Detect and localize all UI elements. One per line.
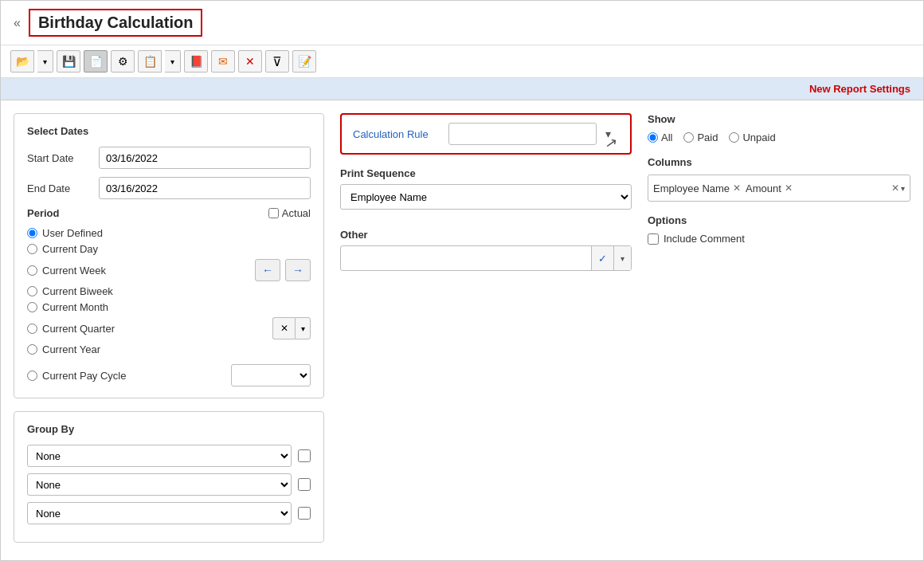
- show-paid-radio[interactable]: [683, 132, 694, 143]
- email-button[interactable]: ✉: [211, 50, 235, 73]
- actual-checkbox[interactable]: [268, 208, 279, 218]
- col-tag-amount-remove[interactable]: ✕: [785, 183, 793, 193]
- radio-current-biweek: Current Biweek: [27, 285, 311, 297]
- group-by-section: Group By None None: [14, 411, 324, 543]
- end-date-input[interactable]: [99, 177, 311, 199]
- radio-current-biweek-input[interactable]: [27, 286, 37, 296]
- radio-current-year: Current Year: [27, 343, 311, 355]
- print-sequence-section: Print Sequence Employee Name Employee ID…: [340, 167, 632, 210]
- end-date-label: End Date: [27, 182, 99, 194]
- radio-user-defined-input[interactable]: [27, 228, 37, 238]
- period-section: Period Actual User Defined: [27, 207, 311, 386]
- radio-current-day-label: Current Day: [42, 243, 98, 255]
- cancel-button[interactable]: ✕: [238, 50, 262, 73]
- radio-current-biweek-label: Current Biweek: [42, 285, 113, 297]
- col-tag-amount-text: Amount: [746, 182, 781, 194]
- end-date-row: End Date: [27, 177, 311, 199]
- start-date-row: Start Date: [27, 147, 311, 169]
- include-comment-checkbox[interactable]: [648, 233, 659, 245]
- other-input[interactable]: [341, 246, 591, 270]
- show-unpaid-option[interactable]: Unpaid: [729, 131, 775, 143]
- radio-current-quarter-label: Current Quarter: [42, 323, 115, 335]
- document-button[interactable]: 📄: [84, 50, 108, 73]
- period-back-button[interactable]: ←: [255, 259, 280, 281]
- actual-checkbox-label[interactable]: Actual: [268, 207, 311, 219]
- columns-clear-button[interactable]: ✕: [891, 182, 899, 194]
- calculation-rule-dropdown[interactable]: ▾ ↗: [597, 123, 619, 145]
- group-by-check-3[interactable]: [298, 507, 311, 520]
- group-by-check-2[interactable]: [298, 478, 311, 491]
- start-date-input[interactable]: [99, 147, 311, 169]
- show-paid-label: Paid: [697, 131, 718, 143]
- radio-current-year-input[interactable]: [27, 344, 37, 355]
- group-by-select-3[interactable]: None: [27, 502, 292, 524]
- columns-tags: Employee Name ✕ Amount ✕ ✕ ▾: [648, 175, 910, 202]
- pay-cycle-select[interactable]: [231, 364, 311, 386]
- show-all-label: All: [661, 131, 672, 143]
- filter-button[interactable]: ⊽: [265, 50, 289, 73]
- back-button[interactable]: «: [14, 16, 21, 30]
- new-document-dropdown[interactable]: ▾: [165, 50, 181, 73]
- other-label: Other: [340, 229, 632, 241]
- select-dates-section: Select Dates Start Date End Date Period: [14, 113, 324, 398]
- left-panel: Select Dates Start Date End Date Period: [14, 113, 324, 547]
- calculation-rule-input[interactable]: [448, 123, 597, 145]
- show-paid-option[interactable]: Paid: [683, 131, 718, 143]
- note-button[interactable]: 📝: [292, 50, 316, 73]
- group-by-select-1[interactable]: None: [27, 445, 292, 467]
- show-unpaid-label: Unpaid: [742, 131, 775, 143]
- group-by-row-1: None: [27, 445, 311, 467]
- show-all-radio[interactable]: [648, 132, 658, 143]
- period-forward-button[interactable]: →: [285, 259, 311, 281]
- show-unpaid-radio[interactable]: [729, 132, 739, 143]
- other-dropdown-button[interactable]: ▾: [613, 246, 631, 270]
- middle-panel: Calculation Rule ▾ ↗ Print Sequence: [340, 113, 632, 547]
- calculation-rule-label: Calculation Rule: [353, 128, 440, 140]
- col-tag-employee-name: Employee Name ✕: [653, 182, 741, 194]
- select-dates-title: Select Dates: [27, 125, 311, 137]
- radio-user-defined-label: User Defined: [42, 227, 103, 239]
- header: « Birthday Calculation: [1, 1, 923, 45]
- include-comment-row: Include Comment: [648, 233, 910, 245]
- col-tag-amount: Amount ✕: [746, 182, 793, 194]
- save-button[interactable]: 💾: [57, 50, 80, 73]
- pdf-button[interactable]: 📕: [184, 50, 208, 73]
- period-header: Period Actual: [27, 207, 311, 219]
- group-by-row-2: None: [27, 473, 311, 496]
- actual-label: Actual: [282, 207, 311, 219]
- right-panel: Show All Paid Unpaid: [648, 113, 910, 547]
- col-tag-employee-name-text: Employee Name: [653, 182, 730, 194]
- radio-current-week-label: Current Week: [42, 265, 106, 277]
- banner-text: New Report Settings: [809, 83, 910, 95]
- content: New Report Settings Select Dates Start D…: [1, 78, 923, 560]
- new-document-button[interactable]: 📋: [138, 50, 162, 73]
- radio-user-defined: User Defined: [27, 227, 311, 239]
- group-by-check-1[interactable]: [298, 449, 311, 462]
- report-banner: New Report Settings: [1, 78, 923, 100]
- folder-open-button[interactable]: 📂: [10, 50, 34, 73]
- radio-current-month-input[interactable]: [27, 302, 37, 312]
- columns-dropdown-button[interactable]: ▾: [901, 184, 905, 193]
- quarter-dropdown-button[interactable]: ▾: [295, 317, 311, 339]
- radio-current-day-input[interactable]: [27, 244, 37, 254]
- include-comment-label[interactable]: Include Comment: [664, 233, 745, 245]
- radio-current-week: Current Week ← →: [27, 259, 311, 281]
- folder-dropdown[interactable]: ▾: [37, 50, 53, 73]
- group-by-select-2[interactable]: None: [27, 473, 292, 496]
- quarter-clear-button[interactable]: ✕: [272, 317, 295, 339]
- other-section: Other ✓ ▾: [340, 229, 632, 271]
- radio-current-pay-cycle-input[interactable]: [27, 371, 37, 381]
- other-check-button[interactable]: ✓: [591, 246, 613, 270]
- settings-button[interactable]: ⚙: [111, 50, 135, 73]
- radio-current-quarter: Current Quarter ✕ ▾: [27, 317, 311, 339]
- radio-current-quarter-input[interactable]: [27, 324, 37, 334]
- radio-current-week-input[interactable]: [27, 265, 37, 276]
- col-tag-employee-name-remove[interactable]: ✕: [733, 183, 741, 193]
- print-sequence-select[interactable]: Employee Name Employee ID Department: [340, 184, 632, 210]
- calculation-rule-input-wrap: ▾ ↗: [448, 123, 619, 145]
- show-all-option[interactable]: All: [648, 131, 672, 143]
- print-sequence-label: Print Sequence: [340, 167, 632, 179]
- period-title: Period: [27, 207, 59, 219]
- group-by-row-3: None: [27, 502, 311, 524]
- radio-current-pay-cycle-label: Current Pay Cycle: [42, 370, 126, 382]
